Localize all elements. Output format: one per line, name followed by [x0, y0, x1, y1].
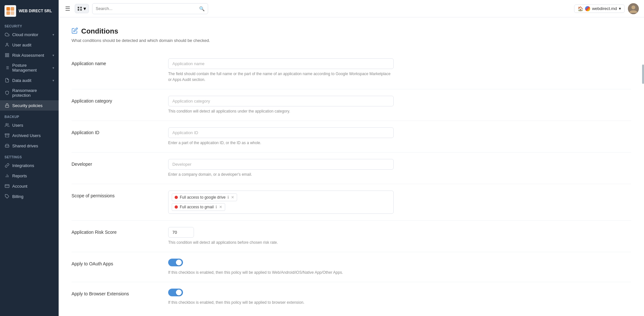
sidebar-item-user-audit-label: User audit [12, 43, 31, 47]
svg-point-29 [631, 5, 635, 9]
main-content: ☰ ▾ 🔍 🏠 webdirect.md ▾ [59, 0, 644, 316]
avatar-image [628, 3, 639, 14]
info-icon[interactable]: ℹ [227, 195, 229, 200]
domain-name: webdirect.md [592, 6, 617, 11]
form-label-developer: Developer [72, 159, 162, 167]
sidebar-item-reports[interactable]: Reports [0, 171, 59, 181]
chevron-down-icon: ▾ [83, 5, 86, 12]
chevron-down-icon: ▾ [53, 79, 54, 82]
close-icon[interactable]: ✕ [219, 205, 222, 209]
sidebar-logo: WEB DIRECT SRL [0, 0, 59, 20]
top-bar-right: 🏠 webdirect.md ▾ [574, 3, 639, 14]
cloud-icon [5, 32, 10, 37]
chevron-down-icon: ▾ [53, 33, 54, 36]
sidebar-item-ransomware-protection-label: Ransomware protection [12, 88, 54, 98]
search-input[interactable] [96, 6, 199, 11]
info-icon[interactable]: ℹ [216, 205, 217, 209]
avatar[interactable] [628, 3, 639, 14]
sidebar-item-risk-assessment-label: Risk Assessment [12, 53, 44, 58]
sidebar-item-ransomware-protection[interactable]: Ransomware protection [0, 85, 59, 100]
section-settings: SETTINGS [0, 151, 59, 160]
perm-label-google-drive: Full access to google drive [180, 195, 226, 200]
bar-chart-icon [5, 173, 10, 178]
risk-score-input[interactable] [168, 227, 194, 238]
svg-rect-1 [11, 7, 14, 11]
close-icon[interactable]: ✕ [231, 195, 234, 200]
oauth-apps-hint: If this checkbox is enabled, then this p… [168, 270, 394, 275]
form-label-application-name: Application name [72, 58, 162, 66]
sidebar-item-posture-management-label: Posture Management [12, 63, 50, 73]
form-field-browser-extensions: If this checkbox is enabled, then this p… [168, 289, 394, 305]
svg-rect-17 [5, 134, 9, 135]
grid-icon [5, 53, 10, 58]
form-row-browser-extensions: Apply to Browser Extensions If this chec… [72, 282, 631, 312]
hdd-icon [5, 143, 10, 148]
form-field-application-name: The field should contain the full name o… [168, 58, 394, 83]
browser-extensions-toggle[interactable] [168, 289, 183, 296]
toggle-slider [168, 289, 183, 296]
sidebar-item-security-policies[interactable]: Security policies [0, 100, 59, 111]
sidebar-item-account-label: Account [12, 184, 27, 189]
sidebar-item-integrations-label: Integrations [12, 163, 34, 168]
sidebar-item-archived-users[interactable]: Archived Users [0, 130, 59, 141]
application-id-hint: Enter a part of the application ID, or t… [168, 140, 394, 146]
form-field-developer: Enter a company domain, or a developer's… [168, 159, 394, 177]
domain-selector[interactable]: 🏠 webdirect.md ▾ [574, 5, 625, 13]
sidebar-item-security-policies-label: Security policies [12, 103, 43, 108]
file-icon [5, 78, 10, 83]
sidebar-item-billing[interactable]: Billing [0, 191, 59, 202]
permission-tag-google-drive[interactable]: Full access to google drive ℹ ✕ [172, 193, 237, 201]
sidebar-item-reports-label: Reports [12, 173, 27, 178]
sidebar-item-account[interactable]: Account [0, 181, 59, 191]
developer-input[interactable] [168, 159, 394, 170]
page-subtitle: What conditions should be detected and w… [72, 38, 631, 43]
toggle-slider [168, 259, 183, 266]
svg-rect-3 [11, 11, 14, 15]
users-icon [5, 123, 10, 128]
google-icon [585, 6, 590, 11]
svg-rect-7 [7, 55, 9, 57]
app-switcher[interactable]: ▾ [75, 4, 89, 13]
svg-rect-15 [5, 105, 9, 107]
permissions-area[interactable]: Full access to google drive ℹ ✕ Full acc… [168, 191, 394, 214]
sidebar-item-cloud-monitor[interactable]: Cloud monitor ▾ [0, 29, 59, 40]
hamburger-button[interactable]: ☰ [64, 4, 72, 14]
top-bar: ☰ ▾ 🔍 🏠 webdirect.md ▾ [59, 0, 644, 17]
sidebar-item-users-label: Users [12, 123, 23, 128]
application-category-hint: This condition will detect all applicati… [168, 108, 394, 114]
sidebar-item-shared-drives[interactable]: Shared drives [0, 141, 59, 151]
sidebar-item-shared-drives-label: Shared drives [12, 143, 38, 148]
svg-point-4 [6, 43, 8, 45]
form-label-browser-extensions: Apply to Browser Extensions [72, 289, 162, 296]
form-field-scope-of-permissions: Full access to google drive ℹ ✕ Full acc… [168, 191, 394, 214]
svg-rect-2 [6, 11, 10, 15]
sidebar-item-posture-management[interactable]: Posture Management ▾ [0, 60, 59, 75]
form-field-application-category: This condition will detect all applicati… [168, 96, 394, 114]
permission-tag-gmail[interactable]: Full access to gmail ℹ ✕ [172, 203, 225, 211]
oauth-apps-toggle[interactable] [168, 259, 183, 266]
svg-rect-0 [6, 7, 10, 11]
form-field-application-id: Enter a part of the application ID, or t… [168, 127, 394, 146]
sidebar-item-integrations[interactable]: Integrations [0, 160, 59, 171]
sidebar-item-users[interactable]: Users [0, 120, 59, 130]
logo-icon [5, 5, 16, 17]
domain-chevron-icon: ▾ [619, 6, 621, 11]
shield-icon [5, 90, 10, 95]
perm-label-gmail: Full access to gmail [180, 205, 214, 209]
application-category-input[interactable] [168, 96, 394, 106]
chevron-down-icon: ▾ [53, 54, 54, 57]
credit-card-icon [5, 183, 10, 189]
browser-extensions-hint: If this checkbox is enabled, then this p… [168, 300, 394, 305]
form-label-application-id: Application ID [72, 127, 162, 135]
page-title-row: Conditions [72, 27, 631, 35]
application-name-input[interactable] [168, 58, 394, 69]
page-title: Conditions [81, 27, 118, 35]
application-id-input[interactable] [168, 127, 394, 138]
svg-rect-6 [7, 54, 9, 55]
search-bar[interactable]: 🔍 [92, 3, 208, 14]
sidebar-item-user-audit[interactable]: User audit [0, 40, 59, 50]
svg-rect-5 [5, 54, 7, 55]
company-name: WEB DIRECT SRL [19, 9, 52, 13]
sidebar-item-data-audit[interactable]: Data audit ▾ [0, 75, 59, 85]
sidebar-item-risk-assessment[interactable]: Risk Assessment ▾ [0, 50, 59, 60]
